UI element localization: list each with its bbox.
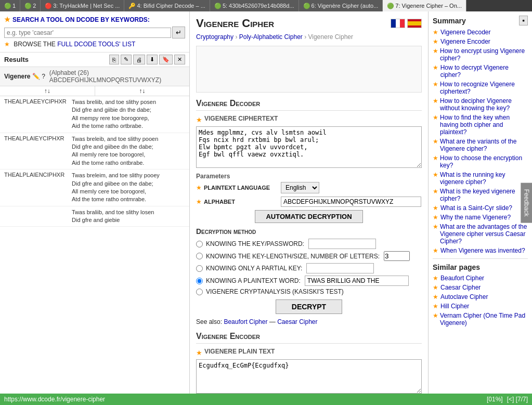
results-label: Results [4,56,29,63]
tab-7-label: 7: Vigenere Cipher – On... [395,3,462,9]
sort-col-1[interactable]: ↑↓ [0,86,95,96]
params-section: Parameters ★ PLAINTEXT LANGUAGE English … [196,173,422,223]
search-input[interactable] [4,28,171,38]
close-results-button[interactable]: ✕ [174,55,185,64]
radio-row-plaintext: KNOWING A PLAINTEXT WORD: [196,276,422,286]
tab-2[interactable]: 🟢 2 [20,0,41,11]
similar-link-4[interactable]: Vernam Cipher (One Time Pad Vigenere) [440,312,528,326]
list-item: Twas braliib, and toe slithy losenDid gf… [0,206,189,227]
lang-flags [391,19,422,28]
list-item: THEALPLAEEYCIPHXR Twas breliib, and toe … [0,96,189,133]
summary-link-14[interactable]: When Vigenere was invented? [440,247,525,254]
summary-link-9[interactable]: What is the running key vigenere cipher? [440,171,528,186]
radio-key-password[interactable] [196,241,203,247]
copy-button[interactable]: ⎘ [109,55,119,64]
tab-5-label: 5: 430b4526079e14b088d... [223,3,294,9]
summary-link-13[interactable]: What are the advantages of the Vigenere … [440,223,528,245]
summary-link-7[interactable]: What are the variants of the Vigenere ci… [440,138,528,152]
summary-link-10[interactable]: What is the keyed vigenere cipher? [440,188,528,202]
decrypt-button[interactable]: DECRYPT [276,299,342,314]
summary-link-2[interactable]: How to encrypt using Vigenere cipher? [440,47,528,62]
tab-1[interactable]: 🟢 1 [0,0,20,11]
breadcrumb-cryptography[interactable]: Cryptography [196,33,233,41]
summary-item-3: ★ How to decrypt Vigenere cipher? [433,64,528,79]
download-button[interactable]: ⬇ [147,55,158,64]
plaintext-word-input[interactable] [305,276,409,286]
radio-plaintext-word[interactable] [196,278,203,284]
decrypt-method-title: Decryption method [196,227,422,236]
tab-3[interactable]: 🔴 3: TryHackMe | Net Sec ... [41,0,124,11]
decoder-title: Vigenere Decoder [196,99,422,111]
list-item: THEALPLAIEYCIPHXR Twas breleib, and toe … [0,133,189,170]
similar-link-2[interactable]: Autoclave Cipher [440,293,488,301]
radio-kasiski[interactable] [196,289,203,295]
partial-key-input[interactable] [306,263,374,273]
summary-item-7: ★ What are the variants of the Vigenere … [433,138,528,152]
similar-link-0[interactable]: Beaufort Cipher [440,275,484,282]
result-text: Twas braliib, and toe slithy losenDid gf… [72,208,185,225]
summary-link-12[interactable]: Why the name Vigenere? [440,214,511,221]
summary-link-8[interactable]: How to choose the encryption key? [440,154,528,169]
summary-collapse-button[interactable]: ▪ [519,16,528,25]
tool-name: Vigenere [4,73,30,80]
summary-link-3[interactable]: How to decrypt Vigenere cipher? [440,64,528,79]
radio-row-partial: KNOWING ONLY A PARTIAL KEY: [196,263,422,273]
summary-link-4[interactable]: How to recognize Vigenere ciphertext? [440,81,528,95]
key-password-input[interactable] [308,239,376,249]
tab-1-favicon: 🟢 [4,3,10,9]
result-key: THEALPLAIENCIPHXR [4,172,72,204]
summary-bullet-7: ★ [433,138,438,145]
summary-items: ★ Vigenere Decoder ★ Vigenere Encoder ★ … [433,29,528,254]
ciphertext-textarea[interactable]: Mdes mgplmmz, cvs alv lsmtsn aowil Fqs n… [196,126,422,168]
ciphertext-section: ★ VIGENERE CIPHERTEXT Mdes mgplmmz, cvs … [196,115,422,169]
radio-partial-key[interactable] [196,265,203,272]
plaintext-label-row: ★ VIGENERE PLAIN TEXT [196,348,422,357]
similar-link-3[interactable]: Hill Cipher [440,303,469,310]
summary-item-9: ★ What is the running key vigenere ciphe… [433,171,528,186]
beaufort-link[interactable]: Beaufort Cipher [224,318,267,325]
summary-link-0[interactable]: Vigenere Decoder [440,29,491,36]
result-key: THEALPLAIEYCIPHXR [4,135,72,167]
breadcrumb-poly[interactable]: Poly-Alphabetic Cipher [239,33,303,41]
plaintext-textarea[interactable]: Ecgudfxq_EcGmP{Ecgudfxq} [196,359,422,394]
summary-link-11[interactable]: What is a Saint-Cyr slide? [440,204,512,212]
feedback-tab[interactable]: Feedback [521,182,532,223]
tab-6-favicon: 🟢 [303,3,309,9]
params-title: Parameters [196,173,422,180]
radio-key-length[interactable] [196,253,203,259]
caesar-link[interactable]: Caesar Cipher [277,318,317,325]
tab-4[interactable]: 🔑 4: Bifid Cipher Decode – ... [124,0,210,11]
tab-6[interactable]: 🟢 6: Vigenère Cipher (auto... [299,0,383,11]
alphabet-input[interactable] [281,197,421,207]
summary-link-6[interactable]: How to find the key when having both cip… [440,114,528,136]
summary-link-5[interactable]: How to decipher Vigenere without knowing… [440,97,528,112]
summary-link-1[interactable]: Vigenere Encoder [440,38,490,45]
summary-bullet-3: ★ [433,64,438,71]
lang-star: ★ [196,184,202,191]
summary-bullet-9: ★ [433,171,438,178]
tab-7[interactable]: 🟢 7: Vigenere Cipher – On... [383,0,466,11]
search-button[interactable]: ↵ [172,27,185,38]
tab-5[interactable]: 🟢 5: 430b4526079e14b088d... [210,0,299,11]
bookmark-button[interactable]: 🔖 [159,55,173,64]
auto-decrypt-button[interactable]: AUTOMATIC DECRYPTION [255,210,362,223]
flag-fr[interactable] [391,19,405,28]
radio-kasiski-label: VIGENERE CRYPTANALYSIS (KASISKI'S TEST) [206,288,344,295]
sort-col-2[interactable]: ↑↓ [95,86,190,96]
browse-link[interactable]: FULL DCODE TOOLS' LIST [57,41,135,48]
radio-row-key: KNOWING THE KEY/PASSWORD: [196,239,422,249]
tab-3-label: 3: TryHackMe | Net Sec ... [53,3,120,9]
edit-button[interactable]: ✎ [121,55,132,64]
similar-bullet-3: ★ [433,303,438,310]
flag-es[interactable] [407,19,422,28]
similar-link-1[interactable]: Caesar Cipher [440,284,481,291]
summary-bullet-0: ★ [433,29,438,36]
ciphertext-label: VIGENERE CIPHERTEXT [204,115,278,122]
results-header: Results ⎘ ✎ 🖨 ⬇ 🔖 ✕ [0,53,189,67]
search-link[interactable]: SEARCH A TOOL ON DCODE BY KEYWORDS: [12,16,150,23]
key-length-input[interactable] [384,251,410,261]
print-button[interactable]: 🖨 [133,55,145,64]
lang-select[interactable]: English French German [281,182,319,193]
summary-bullet-13: ★ [433,223,438,230]
summary-item-4: ★ How to recognize Vigenere ciphertext? [433,81,528,95]
